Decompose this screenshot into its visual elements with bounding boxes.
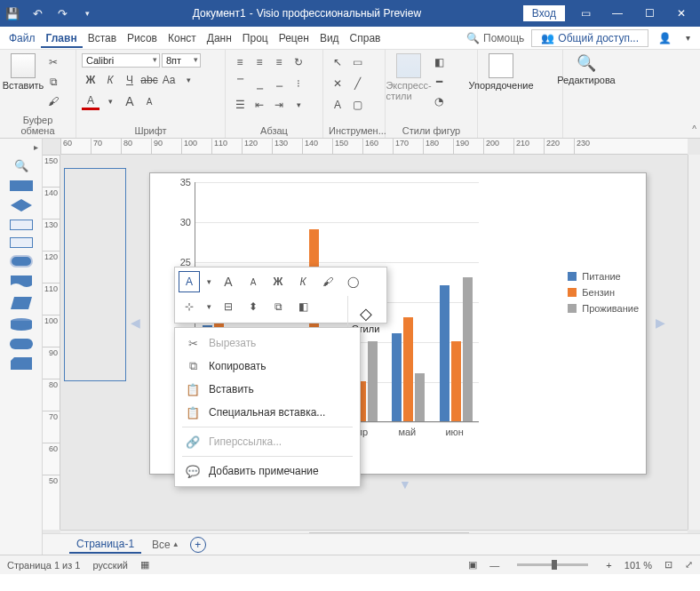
signin-button[interactable]: Вход <box>523 5 565 21</box>
rotate-text-icon[interactable]: ↻ <box>290 53 307 71</box>
page-tab-all[interactable]: Все ▲ <box>152 539 179 551</box>
arrange-button[interactable]: Упорядочение <box>483 53 519 91</box>
valign-bot-icon[interactable]: ⎽ <box>270 75 288 92</box>
mini-arrange-icon[interactable]: ⬍ <box>243 296 264 317</box>
mini-dropdown2-icon[interactable]: ▾ <box>203 296 214 317</box>
shape-cyl[interactable] <box>10 317 33 331</box>
mini-connector-icon[interactable]: ⊹ <box>179 296 200 317</box>
mini-order-icon[interactable]: ◧ <box>292 296 314 317</box>
mini-grow-font-icon[interactable]: A <box>218 271 239 292</box>
valign-mid-icon[interactable]: ⎯ <box>251 75 268 92</box>
pointer-tool-icon[interactable]: ↖ <box>329 53 346 71</box>
tab-design[interactable]: Конст <box>163 28 202 48</box>
font-family-combo[interactable]: Calibri <box>82 53 160 68</box>
redo-icon[interactable]: ↷ <box>53 4 71 22</box>
underline-button[interactable]: Ч <box>121 71 139 89</box>
shape-para[interactable] <box>10 296 33 310</box>
shape-rect-outline[interactable] <box>10 220 33 230</box>
canvas[interactable]: янвфевмарапрмайиюн ПитаниеБензинПроживан… <box>60 155 688 530</box>
connector-tool-icon[interactable]: ▭ <box>348 53 366 71</box>
nav-down-icon[interactable]: ▼ <box>399 477 411 491</box>
align-center-icon[interactable]: ≡ <box>251 53 268 71</box>
ctx-add-comment[interactable]: 💬Добавить примечание <box>175 459 360 483</box>
strike-button[interactable]: abc <box>140 71 158 89</box>
align-right-icon[interactable]: ≡ <box>270 53 288 71</box>
rect-tool-icon[interactable]: ▢ <box>348 96 366 114</box>
shapes-expand-icon[interactable]: ▸ <box>34 142 38 152</box>
tab-process[interactable]: Проц <box>237 28 274 48</box>
mini-dropdown-icon[interactable]: ▾ <box>203 271 214 292</box>
ctx-copy[interactable]: ⧉Копировать <box>175 355 360 378</box>
effects-icon[interactable]: ◔ <box>430 92 448 110</box>
case-button[interactable]: Aa <box>160 71 178 89</box>
mini-italic-button[interactable]: К <box>292 271 314 292</box>
status-presentation-icon[interactable]: ▣ <box>468 559 477 571</box>
status-lang[interactable]: русский <box>92 560 127 571</box>
tab-insert[interactable]: Встав <box>83 28 122 48</box>
nav-left-icon[interactable]: ◀ <box>131 315 140 330</box>
cut-icon[interactable]: ✂ <box>44 53 62 71</box>
bold-button[interactable]: Ж <box>82 71 99 89</box>
ribbon-pin-icon[interactable]: ▾ <box>679 29 696 47</box>
zoom-out-button[interactable]: — <box>489 560 499 571</box>
format-painter-icon[interactable]: 🖌 <box>44 92 62 110</box>
ctx-hyperlink[interactable]: 🔗Гиперссылка... <box>175 430 360 453</box>
quick-styles-button[interactable]: Экспресс-стили <box>391 53 426 101</box>
close-icon[interactable]: ✕ <box>666 1 696 26</box>
selection-box[interactable] <box>64 168 126 381</box>
italic-button[interactable]: К <box>101 71 119 89</box>
mini-shrink-font-icon[interactable]: A <box>243 271 264 292</box>
ctx-cut[interactable]: ✂Вырезать <box>175 331 360 355</box>
share-button[interactable]: 👥Общий доступ... <box>531 29 648 47</box>
font-color-dropdown-icon[interactable]: ▾ <box>101 92 119 110</box>
x-tool-icon[interactable]: ✕ <box>329 75 346 92</box>
valign-top-icon[interactable]: ⎺ <box>231 75 249 92</box>
nav-right-icon[interactable]: ▶ <box>656 315 665 330</box>
mini-textbox-icon[interactable]: A <box>179 271 200 292</box>
undo-icon[interactable]: ↶ <box>28 4 46 22</box>
status-macro-icon[interactable]: ▦ <box>140 559 149 571</box>
shape-rounded[interactable] <box>10 255 33 268</box>
line-style-icon[interactable]: ━ <box>430 73 448 91</box>
ctx-paste[interactable]: 📋Вставить <box>175 378 360 401</box>
line-tool-icon[interactable]: ╱ <box>348 75 366 92</box>
page-tab-1[interactable]: Страница-1 <box>69 536 141 554</box>
maximize-icon[interactable]: ☐ <box>634 1 664 26</box>
ribbon-display-icon[interactable]: ▭ <box>570 1 601 26</box>
font-size-combo[interactable]: 8пт <box>162 53 201 68</box>
ctx-paste-special[interactable]: 📋Специальная вставка... <box>175 401 360 424</box>
tell-me-search[interactable]: 🔍Помощь <box>466 32 524 44</box>
mini-group-icon[interactable]: ⧉ <box>267 296 289 317</box>
tab-file[interactable]: Файл <box>4 28 41 48</box>
paste-button[interactable]: Вставить <box>5 53 41 91</box>
font-color-button[interactable]: A <box>82 92 99 110</box>
save-icon[interactable]: 💾 <box>4 4 21 22</box>
tab-review[interactable]: Рецен <box>274 28 314 48</box>
indent-dec-icon[interactable]: ⇤ <box>251 96 268 114</box>
tab-home[interactable]: Главн <box>41 28 83 48</box>
shrink-font-button[interactable]: A <box>140 92 158 110</box>
add-page-button[interactable]: + <box>190 537 206 553</box>
copy-icon[interactable]: ⧉ <box>44 73 62 91</box>
tab-data[interactable]: Данн <box>202 28 237 48</box>
align-left-icon[interactable]: ≡ <box>231 53 249 71</box>
fill-icon[interactable]: ◧ <box>430 53 448 71</box>
shape-rounded2[interactable] <box>10 339 33 349</box>
text-tool-icon[interactable]: A <box>329 96 346 114</box>
tab-help[interactable]: Справ <box>345 28 386 48</box>
tab-draw[interactable]: Рисов <box>122 28 163 48</box>
tab-view[interactable]: Вид <box>314 28 345 48</box>
shape-doc[interactable] <box>10 275 33 289</box>
minimize-icon[interactable]: — <box>602 1 632 26</box>
collapse-ribbon-icon[interactable]: ^ <box>692 124 696 134</box>
fit-page-icon[interactable]: ⊡ <box>664 559 672 571</box>
numbering-icon[interactable]: ☰ <box>231 96 249 114</box>
mini-format-painter-icon[interactable]: 🖌 <box>317 271 338 292</box>
bullets-icon[interactable]: ⁝ <box>290 75 307 92</box>
fullscreen-icon[interactable]: ⤢ <box>685 559 693 571</box>
shape-card[interactable] <box>10 356 33 371</box>
editing-button[interactable]: 🔍 Редактирова <box>569 53 604 85</box>
zoom-level[interactable]: 101 % <box>624 560 652 571</box>
zoom-in-button[interactable]: + <box>606 560 611 571</box>
profile-icon[interactable]: 👤 <box>656 29 673 47</box>
